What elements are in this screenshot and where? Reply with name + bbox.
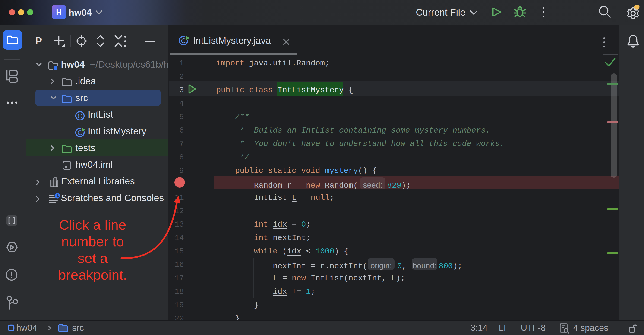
svg-text:C: C	[77, 112, 82, 120]
